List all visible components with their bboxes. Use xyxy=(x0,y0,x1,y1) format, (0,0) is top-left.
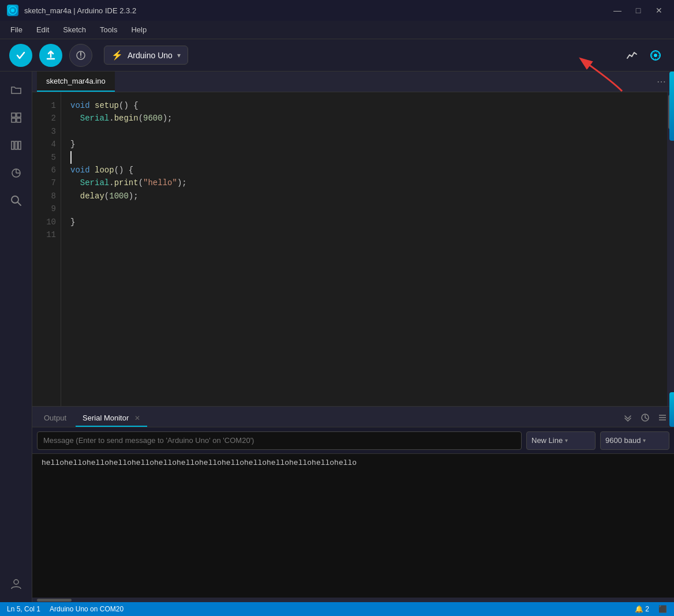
sidebar-item-debug[interactable] xyxy=(5,161,28,185)
serial-message-input[interactable] xyxy=(37,431,522,450)
editor-tab-sketch[interactable]: sketch_mar4a.ino xyxy=(37,72,115,92)
svg-rect-16 xyxy=(18,141,21,149)
status-bar: Ln 5, Col 1 Arduino Uno on COM20 🔔 2 ⬛ xyxy=(0,602,674,616)
more-tabs-button[interactable]: ⋯ xyxy=(653,74,669,89)
bottom-scrollbar-thumb xyxy=(37,599,72,602)
title-bar: sketch_mar4a | Arduino IDE 2.3.2 — □ ✕ xyxy=(0,0,674,21)
menu-bar: File Edit Sketch Tools Help xyxy=(0,21,674,39)
code-line-2: Serial.begin(9600); xyxy=(70,112,658,125)
notification-badge[interactable]: 🔔 2 xyxy=(635,605,649,613)
board-info: Arduino Uno on COM20 xyxy=(50,605,123,613)
code-editor: 1 2 3 4 5 6 7 8 9 10 11 void setup() { S… xyxy=(32,92,674,406)
serial-output-text: hellohellohellohellohellohellohellohello… xyxy=(42,459,357,467)
code-line-6: void loop() { xyxy=(70,164,658,176)
list-view-button[interactable] xyxy=(656,411,669,425)
menu-file[interactable]: File xyxy=(5,23,28,36)
usb-icon: ⚡ xyxy=(111,50,123,61)
tab-serial-monitor[interactable]: Serial Monitor ✕ xyxy=(76,410,147,427)
sidebar-item-sketch[interactable] xyxy=(5,106,28,129)
svg-rect-12 xyxy=(12,118,16,122)
board-name: Arduino Uno xyxy=(128,51,173,60)
new-line-selector[interactable]: New Line ▾ xyxy=(526,431,596,450)
svg-rect-13 xyxy=(17,118,21,122)
svg-rect-15 xyxy=(15,141,17,149)
svg-point-20 xyxy=(12,196,18,203)
menu-help[interactable]: Help xyxy=(125,23,152,36)
code-line-8: delay(1000); xyxy=(70,190,658,202)
bottom-tabs: Output Serial Monitor ✕ xyxy=(32,407,674,427)
right-accent-bar xyxy=(669,72,674,141)
editor-tab-bar: sketch_mar4a.ino ⋯ xyxy=(32,72,674,92)
code-line-7: Serial.print("hello"); xyxy=(70,176,658,189)
bottom-scrollbar[interactable] xyxy=(32,598,674,602)
sidebar xyxy=(0,72,32,602)
sidebar-item-folder[interactable] xyxy=(5,78,28,102)
tab-label: sketch_mar4a.ino xyxy=(46,77,106,85)
minimize-button[interactable]: — xyxy=(609,5,626,16)
status-board: Arduino Uno on COM20 xyxy=(50,605,123,613)
new-line-chevron: ▾ xyxy=(565,437,568,444)
serial-input-bar: New Line ▾ 9600 baud ▾ xyxy=(32,427,674,454)
line-numbers: 1 2 3 4 5 6 7 8 9 10 11 xyxy=(32,92,61,406)
code-content[interactable]: void setup() { Serial.begin(9600); } voi… xyxy=(61,92,667,406)
menu-edit[interactable]: Edit xyxy=(31,23,55,36)
code-line-1: void setup() { xyxy=(70,99,658,112)
svg-rect-10 xyxy=(12,113,16,117)
status-position: Ln 5, Col 1 xyxy=(7,605,40,613)
serial-output: hellohellohellohellohellohellohellohello… xyxy=(32,454,674,598)
new-line-label: New Line xyxy=(531,436,563,445)
code-line-10: } xyxy=(70,216,658,228)
window-controls: — □ ✕ xyxy=(609,5,667,16)
baud-label: 9600 baud xyxy=(605,436,641,445)
sidebar-item-user[interactable] xyxy=(5,572,28,595)
toolbar: ⚡ Arduino Uno ▾ xyxy=(0,39,674,72)
code-line-11 xyxy=(70,228,658,241)
baud-chevron: ▾ xyxy=(643,437,646,444)
bottom-panel: Output Serial Monitor ✕ xyxy=(32,406,674,602)
scroll-down-button[interactable] xyxy=(621,411,635,425)
layout-icon[interactable]: ⬛ xyxy=(658,605,667,613)
debugger-button[interactable] xyxy=(69,44,92,67)
cursor-position: Ln 5, Col 1 xyxy=(7,605,40,613)
serial-plotter-button[interactable] xyxy=(623,46,642,65)
code-line-5 xyxy=(70,151,658,164)
sidebar-item-library[interactable] xyxy=(5,134,28,157)
tab-close-serial-monitor[interactable]: ✕ xyxy=(134,414,140,422)
code-line-9 xyxy=(70,202,658,215)
svg-line-21 xyxy=(18,202,21,205)
verify-button[interactable] xyxy=(9,44,32,67)
svg-rect-14 xyxy=(12,141,14,149)
board-selector[interactable]: ⚡ Arduino Uno ▾ xyxy=(104,46,188,65)
sidebar-item-search[interactable] xyxy=(5,189,28,212)
menu-sketch[interactable]: Sketch xyxy=(57,23,92,36)
baud-selector[interactable]: 9600 baud ▾ xyxy=(600,431,669,450)
close-button[interactable]: ✕ xyxy=(651,5,667,16)
svg-rect-11 xyxy=(17,113,21,117)
app-logo xyxy=(7,5,18,16)
svg-point-8 xyxy=(654,54,657,57)
bottom-panel-controls xyxy=(621,411,669,427)
upload-button[interactable] xyxy=(39,44,62,67)
serial-monitor-button[interactable] xyxy=(646,46,665,65)
timestamp-button[interactable] xyxy=(638,411,652,425)
svg-point-1 xyxy=(11,9,14,12)
toolbar-right xyxy=(623,46,665,65)
menu-tools[interactable]: Tools xyxy=(94,23,123,36)
svg-point-22 xyxy=(14,580,18,584)
code-line-4: } xyxy=(70,138,658,151)
maximize-button[interactable]: □ xyxy=(630,5,646,16)
tab-output[interactable]: Output xyxy=(37,410,73,427)
svg-point-6 xyxy=(80,57,81,58)
code-line-3 xyxy=(70,125,658,138)
right-accent-bar-2 xyxy=(669,392,674,427)
title-bar-text: sketch_mar4a | Arduino IDE 2.3.2 xyxy=(24,6,604,15)
status-bar-right: 🔔 2 ⬛ xyxy=(635,605,667,613)
chevron-down-icon: ▾ xyxy=(177,51,181,59)
